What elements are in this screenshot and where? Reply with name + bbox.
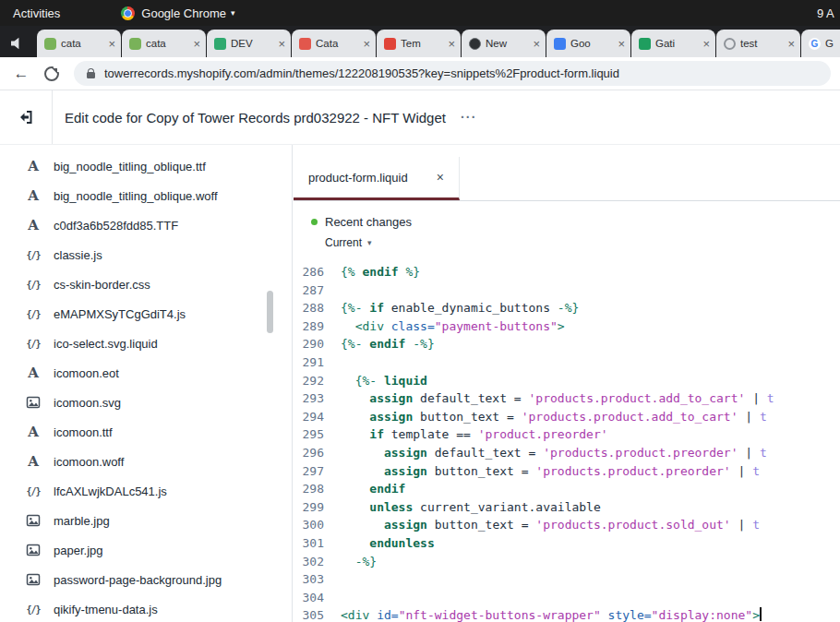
sidebar-scrollbar[interactable]: [267, 291, 273, 333]
file-item[interactable]: Aicomoon.ttf: [0, 417, 292, 447]
tab-close-icon[interactable]: ×: [108, 38, 115, 50]
exit-code-editor-button[interactable]: [0, 90, 53, 144]
code-line[interactable]: 286{% endif %}: [294, 263, 840, 281]
code-token: endif: [369, 482, 405, 496]
browser-tab[interactable]: Gati×: [631, 30, 715, 57]
tab-close-icon[interactable]: ×: [448, 38, 455, 50]
file-name: qikify-tmenu-data.js: [54, 603, 158, 616]
code-line[interactable]: 301 endunless: [294, 534, 840, 553]
editor-tab-close-icon[interactable]: ×: [437, 170, 444, 185]
file-name: big_noodle_titling_oblique.woff: [54, 189, 218, 203]
image-icon: [25, 543, 42, 557]
file-item[interactable]: {/}eMAPMXSyTCgGdiT4.js: [0, 299, 292, 329]
code-line[interactable]: 303: [294, 570, 840, 589]
file-item[interactable]: password-page-background.jpg: [0, 565, 292, 594]
tab-title: DEV: [231, 38, 273, 49]
code-text: assign default_text = 'products.product.…: [333, 389, 774, 408]
browser-tab[interactable]: DEV×: [207, 30, 291, 57]
page-title: Edit code for Copy of Tower Records prd0…: [65, 110, 446, 126]
file-name: ico-select.svg.liquid: [54, 337, 158, 351]
file-item[interactable]: marble.jpg: [0, 506, 292, 535]
code-line[interactable]: 299 unless current_variant.available: [294, 498, 840, 517]
code-line[interactable]: 294 assign button_text = 'products.produ…: [294, 408, 840, 426]
browser-tab[interactable]: Goo×: [546, 30, 630, 57]
tab-title: cata: [61, 38, 103, 49]
lock-icon[interactable]: [87, 72, 95, 78]
version-selector[interactable]: Current ▾: [311, 236, 840, 249]
file-item[interactable]: {/}cs-skin-border.css: [0, 269, 292, 299]
code-token: class=: [391, 319, 435, 333]
tab-close-icon[interactable]: ×: [618, 38, 625, 50]
browser-tab[interactable]: New×: [462, 30, 546, 57]
code-line[interactable]: 290{%- endif -%}: [294, 335, 840, 353]
reload-icon[interactable]: [44, 66, 59, 81]
browser-tab[interactable]: Tem×: [377, 30, 461, 57]
file-item[interactable]: {/}lfcAXLwjkDALc541.js: [0, 476, 292, 506]
file-name: icomoon.ttf: [54, 425, 113, 439]
code-editor: product-form.liquid × Recent changes Cur…: [294, 145, 840, 622]
code-token: current_variant.available: [413, 500, 601, 514]
code-line[interactable]: 300 assign button_text = 'products.produ…: [294, 516, 840, 534]
code-token: t: [752, 464, 760, 478]
code-line[interactable]: 293 assign default_text = 'products.prod…: [294, 389, 840, 408]
code-line[interactable]: 298 endif: [294, 480, 840, 498]
chrome-app-menu[interactable]: Google Chrome ▾: [121, 6, 234, 20]
code-token: "display:none": [652, 608, 753, 622]
file-item[interactable]: icomoon.svg: [0, 388, 292, 417]
tab-title: Cata: [316, 38, 358, 49]
file-item[interactable]: Ac0df3a6b528fdd85.TTF: [0, 210, 292, 240]
code-text: assign default_text = 'products.product.…: [333, 444, 767, 462]
file-name: icomoon.woff: [54, 455, 124, 469]
tab-close-icon[interactable]: ×: [193, 38, 200, 50]
code-token: -%}: [355, 555, 377, 568]
code-area[interactable]: 286{% endif %}287288{%- if enable_dynami…: [294, 263, 840, 622]
file-item[interactable]: Aicomoon.eot: [0, 358, 292, 388]
code-line[interactable]: 295 if template == 'product.preorder': [294, 425, 840, 444]
file-item[interactable]: {/}qikify-tmenu-data.js: [0, 594, 292, 622]
tab-close-icon[interactable]: ×: [533, 38, 540, 50]
code-line[interactable]: 292 {%- liquid: [294, 372, 840, 390]
activities-button[interactable]: Activities: [0, 6, 73, 20]
tab-close-icon[interactable]: ×: [278, 38, 285, 50]
browser-tab[interactable]: Cata×: [292, 30, 376, 57]
file-item[interactable]: Abig_noodle_titling_oblique.woff: [0, 181, 292, 210]
code-line[interactable]: 305<div id="nft-widget-buttons-wrapper" …: [294, 606, 840, 622]
file-item[interactable]: {/}ico-select.svg.liquid: [0, 329, 292, 358]
browser-tab[interactable]: test×: [716, 30, 800, 57]
code-token: assign: [384, 446, 427, 460]
tab-close-icon[interactable]: ×: [363, 38, 370, 50]
code-text: [333, 281, 341, 300]
code-line[interactable]: 288{%- if enable_dynamic_buttons -%}: [294, 299, 840, 317]
code-token: >: [558, 319, 565, 333]
address-bar[interactable]: towerrecords.myshopify.com/admin/themes/…: [74, 61, 831, 86]
line-number: 295: [294, 425, 333, 444]
shopify-icon: [129, 38, 141, 50]
code-line[interactable]: 302 -%}: [294, 553, 840, 571]
code-text: endunless: [333, 534, 435, 553]
code-line[interactable]: 289 <div class="payment-buttons">: [294, 317, 840, 336]
image-icon: [25, 513, 42, 528]
editor-file-tab[interactable]: product-form.liquid ×: [294, 157, 460, 200]
code-line[interactable]: 291: [294, 353, 840, 372]
file-item[interactable]: Aicomoon.woff: [0, 447, 292, 476]
code-token: t: [767, 391, 774, 405]
media-controls-icon[interactable]: [11, 37, 24, 50]
code-text: assign button_text = 'products.product.a…: [333, 408, 767, 426]
code-token: [341, 446, 384, 460]
file-item[interactable]: {/}classie.js: [0, 240, 292, 269]
browser-tab[interactable]: GG×: [801, 30, 840, 57]
code-line[interactable]: 297 assign button_text = 'products.produ…: [294, 462, 840, 481]
code-token: {%-: [341, 337, 369, 351]
clock-text: 9 A: [817, 0, 840, 26]
code-line[interactable]: 304: [294, 589, 840, 607]
code-line[interactable]: 287: [294, 281, 840, 300]
back-icon[interactable]: ←: [9, 66, 33, 81]
file-item[interactable]: paper.jpg: [0, 535, 292, 565]
tab-close-icon[interactable]: ×: [702, 38, 710, 50]
overflow-menu-button[interactable]: ...: [461, 112, 477, 123]
browser-tab[interactable]: cata×: [37, 30, 121, 57]
code-line[interactable]: 296 assign default_text = 'products.prod…: [294, 444, 840, 462]
browser-tab[interactable]: cata×: [122, 30, 206, 57]
file-item[interactable]: Abig_noodle_titling_oblique.ttf: [0, 151, 292, 181]
tab-close-icon[interactable]: ×: [787, 38, 795, 50]
